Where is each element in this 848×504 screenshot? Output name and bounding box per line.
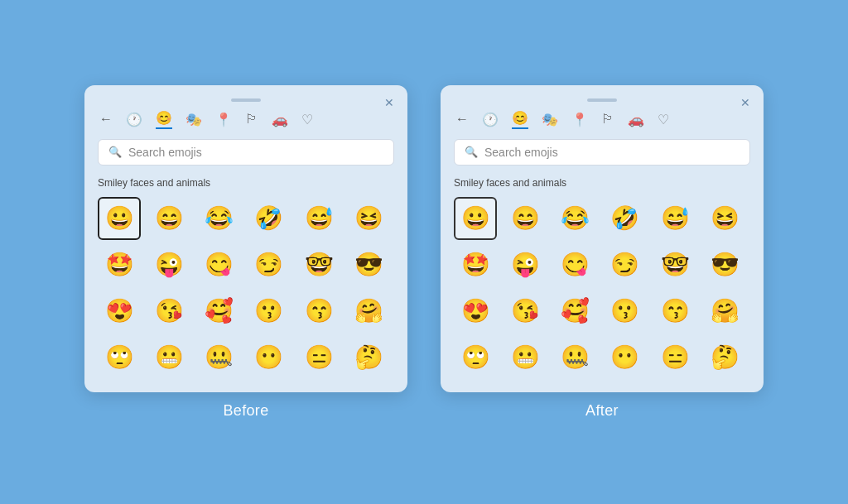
emoji-cell[interactable]: 🤐 [198, 336, 241, 379]
emoji-grid-after: 😀😄😂🤣😅😆🤩😜😋😏🤓😎😍😘🥰😗😙🤗🙄😬🤐😶😑🤔 [454, 197, 750, 379]
emoji-cell[interactable]: 🤗 [704, 290, 747, 333]
emoji-cell[interactable]: 😑 [653, 336, 696, 379]
drag-handle-before [231, 98, 261, 102]
emoji-cell[interactable]: 😅 [297, 197, 340, 240]
search-placeholder-after: Search emojis [484, 146, 558, 159]
before-panel-container: ✕ ← 🕐 😊 🎭 📍 🏳 🚗 ♡ 🔍 Search emojis Smiley… [84, 85, 407, 420]
emoji-cell[interactable]: 😏 [604, 243, 647, 286]
nav-vehicles-before[interactable]: 🚗 [272, 112, 288, 127]
emoji-cell[interactable]: 🤔 [348, 336, 391, 379]
emoji-cell[interactable]: 😄 [147, 197, 190, 240]
emoji-cell[interactable]: 😶 [604, 336, 647, 379]
emoji-cell[interactable]: 😅 [653, 197, 696, 240]
after-emoji-panel: ✕ ← 🕐 😊 🎭 📍 🏳 🚗 ♡ 🔍 Search emojis Smiley… [441, 85, 764, 392]
close-button-before[interactable]: ✕ [384, 97, 394, 108]
nav-recent-after[interactable]: 🕐 [482, 112, 499, 127]
nav-symbols-before[interactable]: ♡ [301, 112, 313, 127]
emoji-cell[interactable]: 🥰 [198, 290, 241, 333]
emoji-cell[interactable]: 😋 [198, 243, 241, 286]
nav-places-after[interactable]: 📍 [571, 112, 588, 127]
search-placeholder-before: Search emojis [128, 146, 202, 159]
before-emoji-panel: ✕ ← 🕐 😊 🎭 📍 🏳 🚗 ♡ 🔍 Search emojis Smiley… [84, 85, 407, 392]
emoji-cell[interactable]: 😜 [147, 243, 190, 286]
emoji-cell[interactable]: 😘 [504, 290, 547, 333]
emoji-cell[interactable]: 😆 [704, 197, 747, 240]
nav-people-before[interactable]: 🎭 [186, 112, 202, 127]
nav-flags-after[interactable]: 🏳 [601, 112, 614, 127]
before-label: Before [223, 402, 268, 420]
emoji-cell[interactable]: 🤩 [98, 243, 141, 286]
before-titlebar: ✕ [98, 98, 394, 102]
nav-recent-before[interactable]: 🕐 [126, 112, 142, 127]
nav-smiley-after[interactable]: 😊 [512, 110, 528, 129]
after-nav: ← 🕐 😊 🎭 📍 🏳 🚗 ♡ [454, 110, 750, 129]
section-title-before: Smiley faces and animals [98, 177, 394, 189]
emoji-grid-before: 😀😄😂🤣😅😆🤩😜😋😏🤓😎😍😘🥰😗😙🤗🙄😬🤐😶😑🤔 [98, 197, 394, 379]
emoji-cell[interactable]: 😄 [504, 197, 547, 240]
emoji-cell[interactable]: 😜 [504, 243, 547, 286]
emoji-cell[interactable]: 😆 [348, 197, 391, 240]
after-panel-container: ✕ ← 🕐 😊 🎭 📍 🏳 🚗 ♡ 🔍 Search emojis Smiley… [441, 85, 764, 420]
search-box-after[interactable]: 🔍 Search emojis [454, 139, 750, 166]
emoji-cell[interactable]: 😗 [604, 290, 647, 333]
before-nav: ← 🕐 😊 🎭 📍 🏳 🚗 ♡ [98, 110, 394, 129]
emoji-cell[interactable]: 🤗 [348, 290, 391, 333]
nav-people-after[interactable]: 🎭 [542, 112, 558, 127]
nav-vehicles-after[interactable]: 🚗 [628, 112, 644, 127]
emoji-cell[interactable]: 😎 [704, 243, 747, 286]
emoji-cell[interactable]: 🤩 [454, 243, 497, 286]
emoji-cell[interactable]: 😶 [248, 336, 291, 379]
emoji-cell[interactable]: 🥰 [554, 290, 597, 333]
after-titlebar: ✕ [454, 98, 750, 102]
panels-row: ✕ ← 🕐 😊 🎭 📍 🏳 🚗 ♡ 🔍 Search emojis Smiley… [84, 85, 764, 420]
back-icon-before[interactable]: ← [99, 112, 113, 127]
emoji-cell[interactable]: 🙄 [98, 336, 141, 379]
emoji-cell[interactable]: 😍 [98, 290, 141, 333]
emoji-cell[interactable]: 😙 [653, 290, 696, 333]
close-button-after[interactable]: ✕ [740, 97, 750, 108]
emoji-cell[interactable]: 🤣 [248, 197, 291, 240]
emoji-cell[interactable]: 😑 [297, 336, 340, 379]
emoji-cell[interactable]: 🤣 [604, 197, 647, 240]
emoji-cell[interactable]: 😀 [98, 197, 141, 240]
emoji-cell[interactable]: 😬 [147, 336, 190, 379]
emoji-cell[interactable]: 😂 [198, 197, 241, 240]
nav-flags-before[interactable]: 🏳 [245, 112, 258, 127]
drag-handle-after [587, 98, 617, 102]
search-icon-before: 🔍 [108, 146, 122, 158]
emoji-cell[interactable]: 😬 [504, 336, 547, 379]
emoji-cell[interactable]: 😙 [297, 290, 340, 333]
emoji-cell[interactable]: 😂 [554, 197, 597, 240]
emoji-cell[interactable]: 😋 [554, 243, 597, 286]
emoji-cell[interactable]: 😀 [454, 197, 497, 240]
nav-symbols-after[interactable]: ♡ [658, 112, 669, 127]
emoji-cell[interactable]: 😎 [348, 243, 391, 286]
emoji-cell[interactable]: 😍 [454, 290, 497, 333]
after-label: After [585, 402, 619, 420]
back-icon-after[interactable]: ← [455, 112, 469, 127]
emoji-cell[interactable]: 😗 [248, 290, 291, 333]
emoji-cell[interactable]: 😘 [147, 290, 190, 333]
emoji-cell[interactable]: 🤔 [704, 336, 747, 379]
emoji-cell[interactable]: 🤐 [554, 336, 597, 379]
emoji-cell[interactable]: 🤓 [653, 243, 696, 286]
emoji-cell[interactable]: 🙄 [454, 336, 497, 379]
emoji-cell[interactable]: 😏 [248, 243, 291, 286]
emoji-cell[interactable]: 🤓 [297, 243, 340, 286]
section-title-after: Smiley faces and animals [454, 177, 750, 189]
search-box-before[interactable]: 🔍 Search emojis [98, 139, 394, 166]
nav-places-before[interactable]: 📍 [215, 112, 232, 127]
search-icon-after: 🔍 [465, 146, 478, 158]
nav-smiley-before[interactable]: 😊 [156, 110, 172, 129]
